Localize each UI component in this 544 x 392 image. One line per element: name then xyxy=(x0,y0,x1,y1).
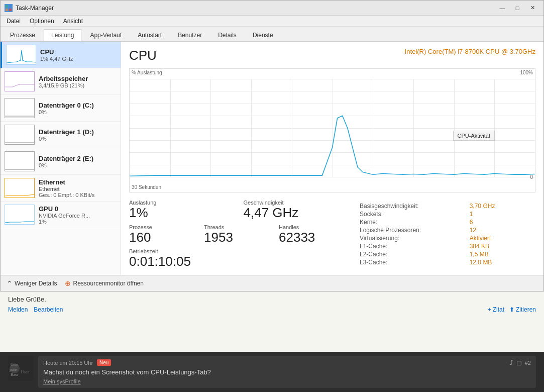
svg-text:Com: Com xyxy=(11,362,19,367)
sockets-value: 1 xyxy=(470,211,535,218)
prozesse-label: Prozesse xyxy=(129,224,200,230)
sidebar-disk1-name: Datenträger 1 (D:) xyxy=(39,128,117,136)
virtualisierung-label: Virtualisierung: xyxy=(360,235,462,242)
forum-bearbeiten-link[interactable]: Bearbeiten xyxy=(34,306,63,313)
chevron-up-icon: ⌃ xyxy=(7,279,13,287)
bookmark-icon[interactable]: ◻ xyxy=(516,359,522,366)
sidebar-ethernet-info: Ethernet Ethernet Ges.: 0 Empf.: 0 KBit/… xyxy=(39,178,117,198)
disk1-thumbnail xyxy=(5,125,35,145)
zitieren-label: Zitieren xyxy=(516,306,536,313)
betriebszeit-block: Betriebszeit 0:01:10:05 xyxy=(129,248,350,269)
kerne-value: 6 xyxy=(470,219,535,226)
bottom-section: Auslastung 1% Geschwindigkeit 4,47 GHz P… xyxy=(129,200,535,269)
zitieren-button[interactable]: ⬆ Zitieren xyxy=(509,306,536,313)
sidebar-item-ram[interactable]: Arbeitsspeicher 3,4/15,9 GB (21%) xyxy=(1,68,121,95)
maximize-button[interactable]: □ xyxy=(510,3,524,13)
left-stats: Auslastung 1% Geschwindigkeit 4,47 GHz P… xyxy=(129,200,350,269)
sidebar-disk2-name: Datenträger 2 (E:) xyxy=(39,155,117,162)
sidebar: CPU 1% 4,47 GHz Arbeitsspeicher 3,4/15,9… xyxy=(1,42,121,275)
auslastung-value: 1% xyxy=(129,206,236,220)
sidebar-gpu-sub: NVIDIA GeForce R... xyxy=(39,213,117,219)
basisgeschwindigkeit-label: Basisgeschwindigkeit: xyxy=(360,203,462,210)
sidebar-item-disk0[interactable]: Datenträger 0 (C:) 0% xyxy=(1,95,121,122)
tab-prozesse[interactable]: Prozesse xyxy=(3,29,43,41)
handles-block: Handles 62333 xyxy=(279,224,350,245)
forum-timestamp: Heute um 20:15 Uhr xyxy=(43,360,93,366)
sidebar-item-disk2[interactable]: Datenträger 2 (E:) 0% xyxy=(1,148,121,175)
share-icon[interactable]: ⤴ xyxy=(510,359,513,366)
logische-value: 12 xyxy=(470,227,535,234)
detail-cpu-name: Intel(R) Core(TM) i7-8700K CPU @ 3.70GHz xyxy=(405,48,535,55)
sidebar-gpu-stat: 1% xyxy=(39,219,117,225)
sidebar-gpu-name: GPU 0 xyxy=(39,205,117,213)
menu-ansicht[interactable]: Ansicht xyxy=(59,17,87,26)
virtualisierung-value: Aktiviert xyxy=(470,235,535,242)
window-controls: — □ ✕ xyxy=(495,3,539,13)
sidebar-cpu-name: CPU xyxy=(40,48,117,56)
tab-autostart[interactable]: Autostart xyxy=(130,29,169,41)
detail-header: CPU Intel(R) Core(TM) i7-8700K CPU @ 3.7… xyxy=(129,48,535,63)
forum-actions: Melden Bearbeiten + Zitat ⬆ Zitieren xyxy=(8,306,536,313)
app-icon xyxy=(5,4,13,12)
plus-icon: + xyxy=(488,306,491,313)
forum-post-icons: ⤴ ◻ #2 xyxy=(510,359,531,366)
forum-message-row: Com puter Base User Heute um 20:15 Uhr N… xyxy=(0,352,544,392)
geschwindigkeit-block: Geschwindigkeit 4,47 GHz xyxy=(244,200,350,220)
weniger-details-button[interactable]: ⌃ Weniger Details xyxy=(7,279,57,287)
sidebar-ethernet-name: Ethernet xyxy=(39,178,117,186)
graph-x-label: 30 Sekunden xyxy=(132,184,161,190)
minimize-button[interactable]: — xyxy=(495,3,509,13)
ressourcenmonitor-button[interactable]: ⊕ Ressourcenmonitor öffnen xyxy=(65,279,144,287)
handles-label: Handles xyxy=(279,224,350,230)
sidebar-disk2-info: Datenträger 2 (E:) 0% xyxy=(39,155,117,168)
forum-profile-link[interactable]: Mein sysProfile xyxy=(43,378,81,384)
sidebar-item-cpu[interactable]: CPU 1% 4,47 GHz xyxy=(1,42,121,68)
sidebar-item-ethernet[interactable]: Ethernet Ethernet Ges.: 0 Empf.: 0 KBit/… xyxy=(1,175,121,202)
tab-details[interactable]: Details xyxy=(210,29,244,41)
forum-melden-link[interactable]: Melden xyxy=(8,306,28,313)
svg-rect-3 xyxy=(9,9,12,11)
sidebar-gpu-info: GPU 0 NVIDIA GeForce R... 1% xyxy=(39,205,117,225)
forum-post-text: Machst du noch ein Screenshot vom CPU-Le… xyxy=(43,368,531,376)
main-content: CPU 1% 4,47 GHz Arbeitsspeicher 3,4/15,9… xyxy=(1,42,543,275)
tab-leistung[interactable]: Leistung xyxy=(44,29,81,41)
detail-panel: CPU Intel(R) Core(TM) i7-8700K CPU @ 3.7… xyxy=(121,42,543,275)
close-button[interactable]: ✕ xyxy=(525,3,539,13)
sidebar-cpu-info: CPU 1% 4,47 GHz xyxy=(40,48,117,62)
graph-y-max: 100% xyxy=(520,70,533,75)
tab-dienste[interactable]: Dienste xyxy=(245,29,281,41)
sidebar-disk2-sub: 0% xyxy=(39,162,117,168)
sockets-label: Sockets: xyxy=(360,211,462,218)
menu-datei[interactable]: Datei xyxy=(3,17,25,26)
menu-optionen[interactable]: Optionen xyxy=(26,17,58,26)
prozesse-value: 160 xyxy=(129,230,200,245)
sidebar-ram-sub: 3,4/15,9 GB (21%) xyxy=(39,82,117,88)
ressourcenmonitor-label: Ressourcenmonitor öffnen xyxy=(73,280,144,287)
svg-rect-0 xyxy=(6,5,8,8)
menu-bar: Datei Optionen Ansicht xyxy=(1,16,543,27)
sidebar-cpu-sub: 1% 4,47 GHz xyxy=(40,56,117,62)
footer: ⌃ Weniger Details ⊕ Ressourcenmonitor öf… xyxy=(1,275,543,291)
quote-button[interactable]: + Zitat xyxy=(488,306,504,313)
ethernet-thumbnail xyxy=(5,178,35,198)
l3-label: L3-Cache: xyxy=(360,259,462,266)
cpu-thumbnail xyxy=(6,45,36,65)
handles-value: 62333 xyxy=(279,230,350,245)
tab-benutzer[interactable]: Benutzer xyxy=(170,29,209,41)
forum-content: Liebe Grüße. Melden Bearbeiten + Zitat ⬆… xyxy=(0,291,544,352)
ram-thumbnail xyxy=(5,71,35,91)
gpu-thumbnail xyxy=(5,205,35,225)
betriebszeit-value: 0:01:10:05 xyxy=(129,254,350,269)
sidebar-ethernet-sub: Ethernet xyxy=(39,186,117,192)
sidebar-item-disk1[interactable]: Datenträger 1 (D:) 0% xyxy=(1,122,121,148)
l1-value: 384 KB xyxy=(470,243,535,250)
auslastung-block: Auslastung 1% xyxy=(129,200,236,220)
detail-title: CPU xyxy=(129,48,157,63)
monitor-icon: ⊕ xyxy=(65,279,71,287)
forum-greeting: Liebe Grüße. xyxy=(8,296,536,303)
disk0-thumbnail xyxy=(5,98,35,118)
sidebar-disk1-info: Datenträger 1 (D:) 0% xyxy=(39,128,117,142)
tab-app-verlauf[interactable]: App-Verlauf xyxy=(82,29,129,41)
svg-text:Base: Base xyxy=(11,372,19,377)
sidebar-item-gpu[interactable]: GPU 0 NVIDIA GeForce R... 1% xyxy=(1,202,121,228)
